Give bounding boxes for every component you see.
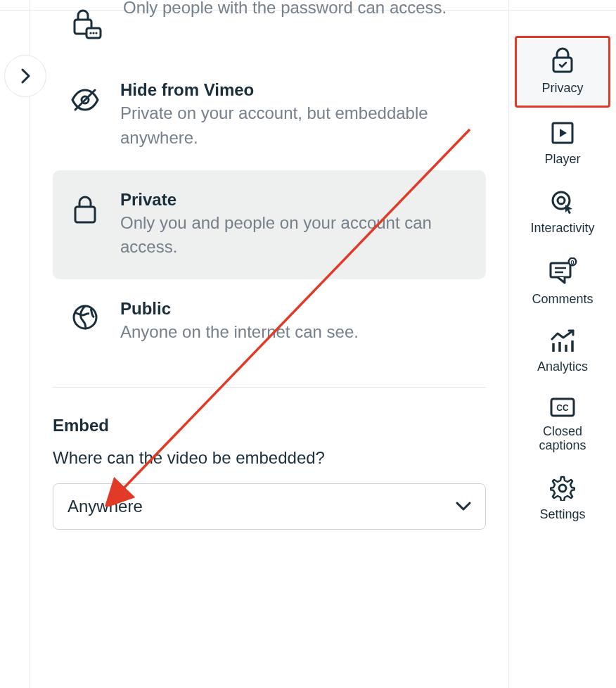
chevron-down-icon <box>456 502 471 511</box>
privacy-option-private[interactable]: Private Only you and people on your acco… <box>53 170 486 280</box>
privacy-option-password[interactable]: Password Only people with the password c… <box>53 0 486 60</box>
rail-label: Analytics <box>537 360 588 374</box>
globe-icon <box>70 303 101 331</box>
rail-item-player[interactable]: Player <box>518 112 608 177</box>
rail-label: Interactivity <box>530 222 594 236</box>
rail-item-analytics[interactable]: Analytics <box>518 321 608 384</box>
svg-text:CC: CC <box>556 403 569 413</box>
rail-label: Player <box>544 153 580 167</box>
player-icon <box>550 120 575 146</box>
chevron-right-icon <box>20 68 31 84</box>
svg-point-24 <box>559 485 566 492</box>
svg-rect-13 <box>551 263 570 277</box>
cc-icon: CC <box>549 397 576 418</box>
privacy-option-hide-from-vimeo[interactable]: Hide from Vimeo Private on your account,… <box>53 60 486 170</box>
svg-rect-7 <box>75 207 95 222</box>
rail-item-closed-captions[interactable]: CC Closed captions <box>518 388 608 463</box>
option-desc: Only you and people on your account can … <box>120 211 469 260</box>
embed-heading: Embed <box>53 416 486 435</box>
rail-label: Privacy <box>541 82 583 96</box>
svg-rect-9 <box>553 58 572 72</box>
comments-icon: 0 <box>548 257 577 286</box>
rail-item-privacy[interactable]: Privacy <box>515 36 610 108</box>
privacy-icon <box>550 46 575 75</box>
section-divider <box>53 387 486 388</box>
rail-item-settings[interactable]: Settings <box>518 467 608 532</box>
svg-point-3 <box>92 32 94 34</box>
option-title: Public <box>120 299 469 319</box>
embed-select-value: Anywhere <box>68 497 143 516</box>
gear-icon <box>550 476 575 501</box>
option-desc: Only people with the password can access… <box>123 0 469 20</box>
privacy-panel: Password Only people with the password c… <box>30 0 509 688</box>
rail-label: Closed captions <box>520 425 605 453</box>
rail-item-comments[interactable]: 0 Comments <box>518 249 608 317</box>
svg-point-2 <box>89 32 91 34</box>
rail-label: Comments <box>532 293 593 307</box>
interactivity-icon <box>550 189 575 215</box>
lock-icon <box>70 194 101 225</box>
privacy-options-list: Password Only people with the password c… <box>30 0 508 530</box>
svg-point-12 <box>558 197 565 204</box>
settings-rail: Privacy Player Interactivity 0 Comments <box>509 11 616 688</box>
option-title: Private <box>120 190 469 210</box>
expand-panel-button[interactable] <box>4 55 46 97</box>
lock-password-icon <box>70 7 103 41</box>
embed-question: Where can the video be embedded? <box>53 448 486 468</box>
eye-slash-icon <box>70 84 101 115</box>
option-desc: Anyone on the internet can see. <box>120 320 469 345</box>
svg-point-4 <box>95 32 97 34</box>
rail-label: Settings <box>539 508 585 522</box>
rail-item-interactivity[interactable]: Interactivity <box>518 181 608 246</box>
analytics-icon <box>549 329 576 353</box>
svg-text:0: 0 <box>570 259 574 266</box>
option-desc: Private on your account, but embeddable … <box>120 101 469 151</box>
embed-location-select[interactable]: Anywhere <box>53 483 486 530</box>
privacy-option-public[interactable]: Public Anyone on the internet can see. <box>53 279 486 364</box>
option-title: Hide from Vimeo <box>120 80 469 100</box>
